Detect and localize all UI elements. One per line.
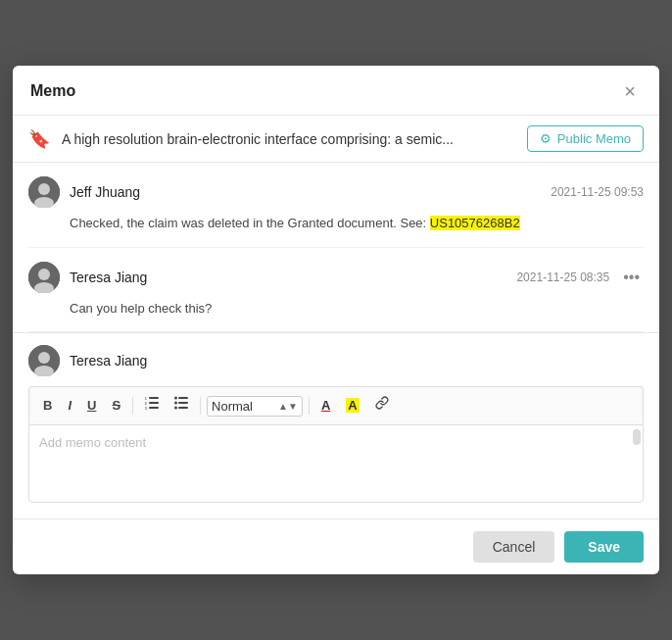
comment-2-more-button[interactable]: ••• — [619, 270, 644, 285]
toolbar-divider-2 — [200, 397, 201, 415]
public-memo-button[interactable]: ⚙ Public Memo — [527, 125, 644, 152]
unordered-list-button[interactable] — [168, 393, 194, 418]
strikethrough-button[interactable]: S — [106, 394, 126, 418]
underline-button[interactable]: U — [81, 394, 102, 418]
modal-overlay: Memo × 🔖 A high resolution brain-electro… — [0, 0, 672, 640]
composer-username: Teresa Jiang — [70, 353, 147, 369]
composer: Teresa Jiang B I U S 123 Normal He — [13, 332, 659, 517]
link-button[interactable] — [369, 393, 395, 418]
close-button[interactable]: × — [618, 79, 642, 103]
svg-rect-15 — [178, 397, 188, 399]
svg-text:3: 3 — [145, 407, 147, 411]
editor-body[interactable]: Add memo content — [28, 424, 644, 503]
comment-2: Teresa Jiang 2021-11-25 08:35 ••• Can yo… — [28, 248, 644, 333]
comment-2-user: Teresa Jiang — [28, 262, 147, 293]
svg-point-20 — [174, 407, 177, 410]
public-memo-label: Public Memo — [557, 131, 631, 146]
comment-1-header: Jeff Jhuang 2021-11-25 09:53 — [28, 176, 644, 208]
text-color-button[interactable]: A — [315, 394, 336, 418]
bookmark-icon: 🔖 — [28, 128, 50, 150]
memo-title-bar: 🔖 A high resolution brain-electronic int… — [13, 116, 659, 163]
svg-text:1: 1 — [145, 397, 147, 401]
svg-rect-9 — [149, 397, 159, 399]
cancel-button[interactable]: Cancel — [473, 531, 555, 563]
memo-modal: Memo × 🔖 A high resolution brain-electro… — [13, 66, 659, 573]
ordered-list-button[interactable]: 123 — [139, 393, 165, 418]
save-button[interactable]: Save — [564, 531, 644, 563]
modal-title: Memo — [30, 82, 75, 100]
italic-button[interactable]: I — [62, 394, 77, 418]
modal-header: Memo × — [13, 66, 659, 116]
svg-rect-10 — [149, 402, 159, 404]
toolbar-divider-1 — [132, 397, 133, 415]
avatar-composer — [28, 345, 60, 376]
comment-1-body: Checked, the claim was deleted in the Gr… — [28, 214, 644, 233]
avatar-teresa — [28, 262, 60, 293]
svg-rect-17 — [178, 407, 188, 409]
editor-scrollbar-top[interactable] — [633, 429, 641, 445]
comment-2-body: Can you help check this? — [28, 299, 644, 319]
font-size-select[interactable]: Normal Heading 1 Heading 2 Heading 3 — [208, 397, 274, 416]
avatar-jeff — [28, 176, 60, 208]
svg-point-7 — [38, 352, 50, 364]
svg-point-18 — [174, 397, 177, 400]
svg-point-4 — [38, 269, 50, 280]
comment-2-time: 2021-11-25 08:35 — [516, 271, 609, 284]
text-highlight-button[interactable]: A — [340, 394, 364, 418]
comments-section: Jeff Jhuang 2021-11-25 09:53 Checked, th… — [13, 163, 659, 332]
svg-text:2: 2 — [145, 402, 147, 406]
svg-rect-16 — [178, 402, 188, 404]
comment-1-link[interactable]: US10576268B2 — [430, 216, 520, 230]
editor-toolbar: B I U S 123 Normal Heading 1 Heading 2 — [28, 386, 644, 423]
comment-2-text: Can you help check this? — [70, 301, 212, 316]
memo-title-text: A high resolution brain-electronic inter… — [62, 131, 515, 147]
comment-2-header: Teresa Jiang 2021-11-25 08:35 ••• — [28, 262, 644, 293]
modal-footer: Cancel Save — [13, 518, 659, 574]
bold-button[interactable]: B — [37, 394, 58, 418]
comment-2-username: Teresa Jiang — [70, 270, 147, 285]
comment-1-text: Checked, the claim was deleted in the Gr… — [70, 216, 430, 230]
svg-rect-11 — [149, 407, 159, 409]
editor-placeholder: Add memo content — [39, 435, 146, 450]
comment-1-username: Jeff Jhuang — [70, 184, 140, 200]
comment-1-user: Jeff Jhuang — [28, 176, 140, 208]
select-arrow-icon: ▲▼ — [274, 401, 302, 412]
composer-user: Teresa Jiang — [28, 345, 644, 376]
toolbar-divider-3 — [309, 397, 310, 415]
svg-point-1 — [38, 183, 50, 195]
font-size-select-wrap[interactable]: Normal Heading 1 Heading 2 Heading 3 ▲▼ — [207, 396, 303, 417]
comment-1-meta: 2021-11-25 09:53 — [551, 185, 644, 199]
gear-icon: ⚙ — [540, 131, 552, 146]
comment-1-time: 2021-11-25 09:53 — [551, 185, 644, 199]
comment-1: Jeff Jhuang 2021-11-25 09:53 Checked, th… — [28, 163, 644, 248]
comment-2-meta: 2021-11-25 08:35 ••• — [516, 270, 644, 285]
svg-point-19 — [174, 402, 177, 405]
